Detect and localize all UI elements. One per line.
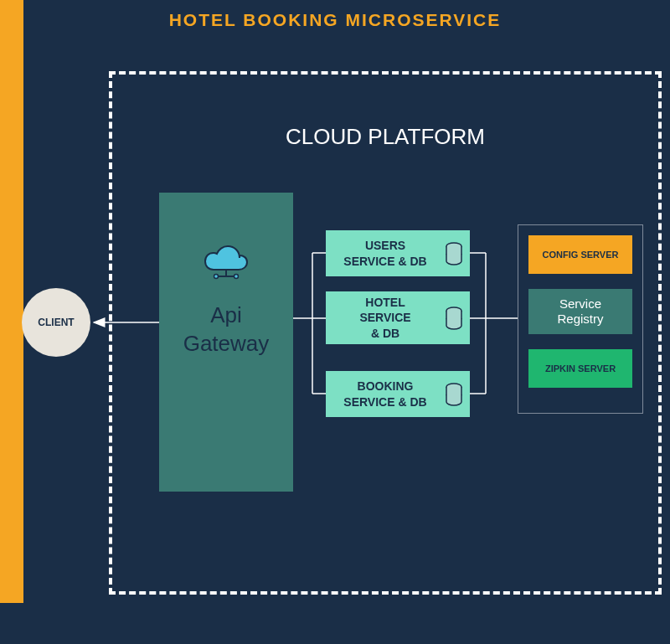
client-node: CLIENT bbox=[22, 288, 90, 357]
cloud-icon bbox=[201, 243, 251, 283]
booking-service-label: BOOKINGSERVICE & DB bbox=[343, 379, 426, 409]
hotel-service-box: HOTELSERVICE& DB bbox=[326, 291, 470, 344]
api-gateway-label: ApiGateway bbox=[183, 301, 270, 358]
cloud-platform-title: CLOUD PLATFORM bbox=[109, 124, 662, 150]
hotel-service-label: HOTELSERVICE& DB bbox=[359, 295, 410, 341]
diagram-title: HOTEL BOOKING MICROSERVICE bbox=[0, 10, 670, 30]
svg-point-13 bbox=[234, 275, 239, 279]
zipkin-server-box: ZIPKIN SERVER bbox=[528, 349, 632, 388]
accent-bar bbox=[0, 0, 23, 603]
database-icon bbox=[445, 383, 463, 406]
service-registry-box: ServiceRegistry bbox=[528, 289, 632, 334]
api-gateway-box: ApiGateway bbox=[159, 193, 293, 492]
svg-point-12 bbox=[214, 275, 219, 279]
database-icon bbox=[445, 242, 463, 265]
config-server-box: CONFIG SERVER bbox=[528, 235, 632, 274]
database-icon bbox=[445, 307, 463, 330]
booking-service-box: BOOKINGSERVICE & DB bbox=[326, 371, 470, 417]
users-service-label: USERSSERVICE & DB bbox=[343, 238, 426, 268]
server-container: CONFIG SERVER ServiceRegistry ZIPKIN SER… bbox=[518, 224, 643, 414]
users-service-box: USERSSERVICE & DB bbox=[326, 230, 470, 276]
